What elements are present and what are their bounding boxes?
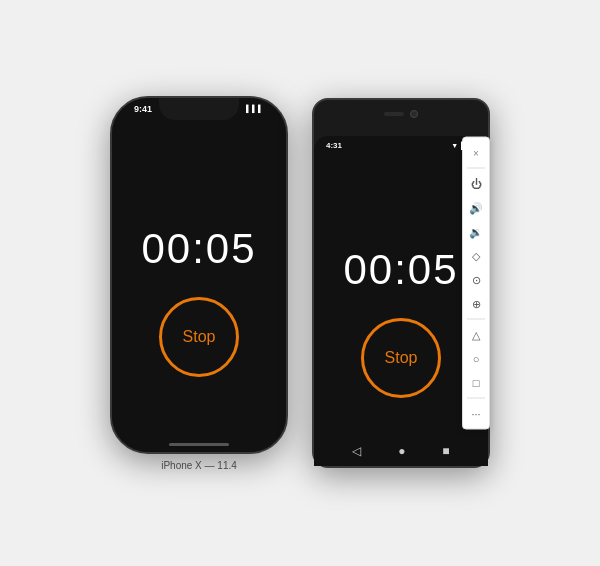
iphone-x-device: 9:41 ▌▌▌ 00:05 Stop [110,96,288,454]
android-home-button[interactable]: ● [398,444,405,458]
square-button[interactable]: □ [465,372,487,394]
iphone-timer: 00:05 [141,225,256,273]
volume-down-button[interactable]: 🔉 [465,221,487,243]
android-stop-ring [361,318,441,398]
android-signal-icon: ▌▌▌ [461,142,476,149]
power-button[interactable]: ⏻ [465,173,487,195]
rotate-button[interactable]: ◇ [465,245,487,267]
volume-down-icon: 🔉 [469,225,483,238]
iphone-device-label: iPhone X — 11.4 [161,460,237,471]
android-camera [410,110,418,118]
toolbar-divider-3 [467,398,485,399]
more-icon: ··· [471,408,480,420]
triangle-icon: △ [472,328,480,341]
zoom-icon: ⊕ [472,297,481,310]
android-status-time: 4:31 [326,141,342,150]
square-icon: □ [473,377,480,389]
volume-up-icon: 🔊 [469,201,483,214]
iphone-screen: 00:05 Stop [112,98,286,452]
android-nav-bar: ◁ ● ■ [314,436,488,466]
circle-button[interactable]: ○ [465,348,487,370]
android-timer: 00:05 [343,246,458,294]
iphone-stop-button[interactable]: Stop [159,297,239,377]
rotate-icon: ◇ [472,249,480,262]
camera-icon: ⊙ [472,273,481,286]
circle-icon: ○ [473,353,480,365]
android-back-button[interactable]: ◁ [352,444,361,458]
iphone-home-indicator[interactable] [169,443,229,446]
iphone-stop-ring [159,297,239,377]
ios-status-time: 9:41 [134,104,152,114]
more-button[interactable]: ··· [465,403,487,425]
android-status-bar: 4:31 ▼ ▌▌▌ [314,136,488,154]
screenshot-button[interactable]: ⊙ [465,269,487,291]
android-stop-button[interactable]: Stop [361,318,441,398]
android-recent-button[interactable]: ■ [442,444,449,458]
toolbar-divider-2 [467,319,485,320]
emulator-toolbar: × ⏻ 🔊 🔉 ◇ ⊙ ⊕ △ ○ □ ··· [462,137,490,430]
scene: 9:41 ▌▌▌ 00:05 Stop iPhone X — 11.4 4 [110,96,490,471]
ios-status-icons: ▌▌▌ [246,105,264,112]
triangle-button[interactable]: △ [465,324,487,346]
android-speaker [384,112,404,116]
android-status-icons: ▼ ▌▌▌ [451,142,476,149]
android-camera-area [384,110,418,118]
power-icon: ⏻ [471,178,482,190]
volume-up-button[interactable]: 🔊 [465,197,487,219]
android-wifi-icon: ▼ [451,142,458,149]
ios-status-bar: 9:41 ▌▌▌ [112,104,286,114]
toolbar-divider-1 [467,168,485,169]
zoom-button[interactable]: ⊕ [465,293,487,315]
